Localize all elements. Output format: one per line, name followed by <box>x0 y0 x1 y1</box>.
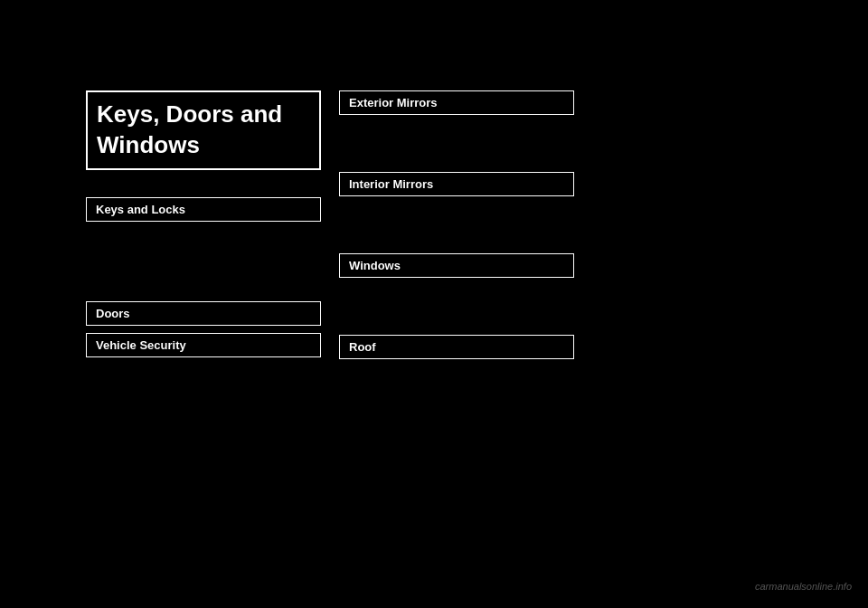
title-line1: Keys, Doors and <box>97 100 282 128</box>
spacer3 <box>339 204 574 253</box>
windows-link[interactable]: Windows <box>339 253 574 278</box>
roof-link[interactable]: Roof <box>339 335 574 359</box>
right-column: Exterior Mirrors Interior Mirrors Window… <box>339 90 574 366</box>
keys-and-locks-link[interactable]: Keys and Locks <box>86 197 321 222</box>
main-title: Keys, Doors and Windows <box>86 90 321 170</box>
vehicle-security-link[interactable]: Vehicle Security <box>86 333 321 357</box>
spacer1 <box>86 229 321 301</box>
page-content: Keys, Doors and Windows Keys and Locks D… <box>86 90 791 366</box>
spacer4 <box>339 285 574 335</box>
title-line2: Windows <box>97 131 200 158</box>
exterior-mirrors-link[interactable]: Exterior Mirrors <box>339 90 574 115</box>
interior-mirrors-link[interactable]: Interior Mirrors <box>339 172 574 196</box>
watermark: carmanualsonline.info <box>755 581 852 592</box>
spacer2 <box>339 122 574 172</box>
doors-link[interactable]: Doors <box>86 301 321 326</box>
left-column: Keys, Doors and Windows Keys and Locks D… <box>86 90 321 366</box>
two-column-layout: Keys, Doors and Windows Keys and Locks D… <box>86 90 791 366</box>
